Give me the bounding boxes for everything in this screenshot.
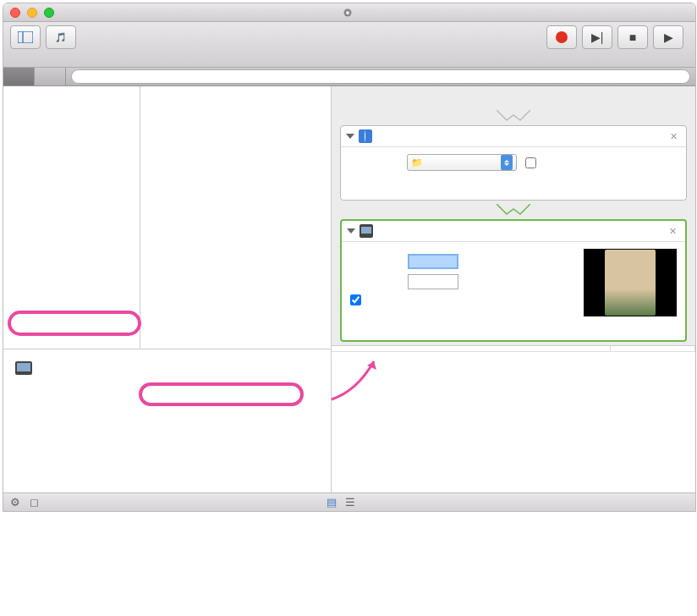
svg-rect-8	[361, 227, 371, 234]
folder-icon: 📁	[411, 157, 423, 168]
log-header	[332, 346, 611, 351]
close-icon[interactable]: ✕	[666, 226, 680, 237]
search-input[interactable]	[71, 69, 690, 84]
preview-icon	[359, 224, 373, 238]
minimize-button[interactable]	[27, 8, 37, 18]
media-button[interactable]: 🎵	[46, 25, 76, 49]
category-list[interactable]	[3, 86, 140, 349]
workflow-pad-image[interactable]: ✕	[340, 219, 687, 342]
window-title	[54, 7, 641, 19]
action-list[interactable]	[140, 86, 331, 349]
titlebar	[3, 3, 695, 22]
stop-button[interactable]: ■	[617, 25, 648, 49]
preview-thumbnail	[584, 249, 677, 316]
flow-view-icon[interactable]: ☰	[343, 496, 357, 509]
info-panel	[3, 349, 331, 492]
disclosure-icon[interactable]	[346, 134, 354, 139]
width-input[interactable]	[408, 254, 458, 269]
list-view-icon[interactable]: ▤	[325, 496, 338, 509]
run-button[interactable]: ▶	[653, 25, 683, 49]
disclosure-icon[interactable]	[347, 228, 355, 234]
stop-icon: ■	[629, 30, 636, 44]
scale-checkbox[interactable]	[350, 294, 361, 305]
input-hint	[332, 86, 695, 110]
media-icon: 🎵	[55, 32, 67, 43]
bookmark-icon[interactable]: ◻	[27, 496, 41, 509]
height-input[interactable]	[408, 274, 458, 289]
close-button[interactable]	[10, 8, 20, 18]
preview-icon	[14, 358, 34, 378]
sidebar-icon	[18, 31, 33, 43]
replace-checkbox[interactable]	[525, 157, 536, 168]
finder-icon	[359, 129, 372, 143]
tabbar: 🔍	[3, 68, 695, 86]
dest-select[interactable]: 📁	[407, 154, 517, 171]
step-button[interactable]: ▶|	[582, 25, 612, 49]
info-title	[14, 358, 321, 378]
workflow-copy-finder[interactable]: ✕ 📁	[340, 125, 687, 201]
connector-icon	[497, 110, 530, 125]
select-arrows-icon	[501, 155, 513, 170]
tab-variable[interactable]	[35, 68, 66, 85]
footer: ⚙ ◻ ▤ ☰	[3, 492, 695, 511]
step-icon: ▶|	[591, 30, 604, 44]
svg-rect-2	[18, 31, 33, 43]
run-icon: ▶	[664, 30, 673, 44]
library-button[interactable]	[10, 25, 41, 49]
time-header	[611, 346, 695, 351]
log-panel	[332, 345, 695, 492]
record-button[interactable]	[546, 25, 577, 49]
svg-point-1	[346, 11, 349, 14]
tab-action[interactable]	[3, 68, 35, 85]
toolbar: 🎵 ▶| ■ ▶	[3, 22, 695, 68]
record-icon	[556, 31, 568, 43]
connector-icon	[497, 204, 530, 219]
gear-icon[interactable]: ⚙	[8, 496, 22, 509]
svg-rect-5	[17, 363, 30, 371]
workflow-area[interactable]: ✕ 📁	[332, 86, 695, 492]
close-icon[interactable]: ✕	[667, 131, 681, 142]
automator-icon	[343, 8, 353, 18]
maximize-button[interactable]	[44, 8, 54, 18]
